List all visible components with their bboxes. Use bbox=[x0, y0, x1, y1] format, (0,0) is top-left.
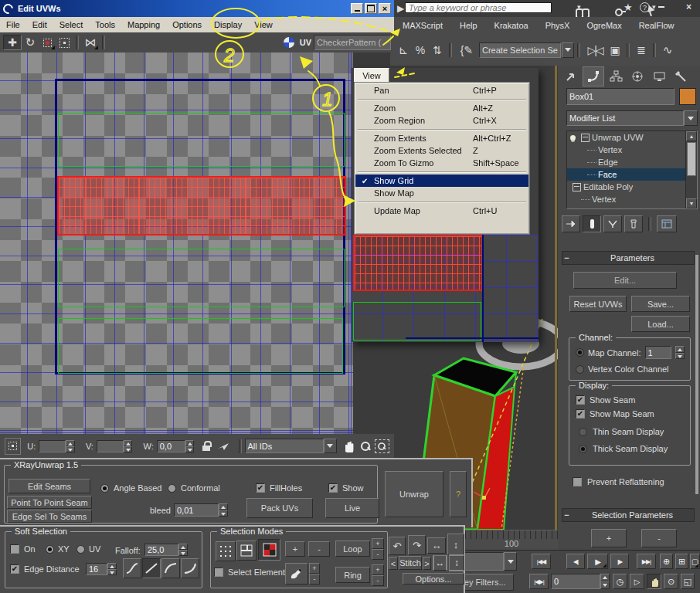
modifier-stack[interactable]: Unwrap UVW Vertex Edge Face Editable Pol… bbox=[566, 130, 698, 209]
current-frame-field[interactable]: 0 bbox=[551, 574, 600, 589]
menu-select[interactable]: Select bbox=[53, 19, 90, 31]
u-spinner[interactable] bbox=[66, 440, 75, 452]
object-color-swatch[interactable] bbox=[679, 88, 696, 105]
menu-item-zoom-to-gizmo[interactable]: Zoom To GizmoShift+Space bbox=[355, 157, 528, 169]
uv-shell-selected[interactable] bbox=[57, 176, 346, 236]
angle-based-radio[interactable] bbox=[100, 484, 109, 493]
tab-modify-icon[interactable] bbox=[583, 66, 604, 86]
pin-stack-icon[interactable] bbox=[562, 215, 580, 232]
point-to-point-seam-button[interactable]: Point To Point Seam bbox=[7, 496, 92, 509]
close-icon[interactable]: × bbox=[686, 2, 692, 12]
stitch-left-button[interactable]: < bbox=[389, 557, 398, 570]
menu-file[interactable]: File bbox=[0, 19, 26, 31]
menu-item-show-grid[interactable]: Show Grid bbox=[355, 175, 528, 187]
edit-seams-button[interactable]: Edit Seams bbox=[8, 479, 90, 493]
favorites-star-icon[interactable]: ★ bbox=[624, 2, 633, 13]
conformal-radio[interactable] bbox=[168, 484, 176, 493]
frame-spinner[interactable] bbox=[600, 574, 610, 589]
tab-display-icon[interactable] bbox=[649, 67, 669, 86]
rotate-cw-icon[interactable]: ↷ bbox=[408, 535, 426, 555]
live-button[interactable]: Live bbox=[325, 498, 379, 518]
next-frame-button[interactable]: |▶ bbox=[610, 554, 629, 569]
selection-set-dropdown-arrow[interactable] bbox=[562, 42, 574, 58]
percent-snap-icon[interactable]: % bbox=[412, 42, 429, 58]
view-menu-header[interactable]: View bbox=[354, 68, 389, 83]
stack-row-edge[interactable]: Edge bbox=[567, 156, 697, 168]
options-button[interactable]: Options... bbox=[403, 573, 464, 585]
face-mode-icon[interactable] bbox=[258, 539, 280, 561]
falloff-field[interactable]: 25,0 bbox=[144, 544, 178, 556]
selected-object-mode-icon[interactable]: ▷ bbox=[630, 574, 644, 589]
reset-uvws-button[interactable]: Reset UVWs bbox=[569, 296, 627, 312]
menu-item-show-map[interactable]: Show Map bbox=[355, 187, 528, 199]
falloff-smooth-icon[interactable] bbox=[123, 558, 141, 578]
menu-physx[interactable]: PhysX bbox=[537, 19, 579, 32]
prevent-reflattening-checkbox[interactable] bbox=[573, 477, 582, 486]
material-id-dropdown[interactable]: All IDs bbox=[245, 439, 325, 453]
object-name-field[interactable]: Box01 bbox=[566, 88, 675, 105]
edge-mode-icon[interactable] bbox=[236, 540, 257, 561]
expand-arrow-icon[interactable]: ▶ bbox=[397, 3, 404, 14]
selection-plus-button[interactable]: + bbox=[591, 529, 627, 547]
pan-hand-icon[interactable] bbox=[647, 574, 661, 589]
soft-on-checkbox[interactable] bbox=[10, 544, 19, 554]
go-to-start-button[interactable]: |◀◀ bbox=[532, 554, 551, 569]
texture-dropdown[interactable]: CheckerPattern ( bbox=[314, 35, 391, 50]
go-to-end-button[interactable]: ▶▶| bbox=[637, 554, 656, 569]
falloff-fast-icon[interactable] bbox=[161, 558, 180, 578]
falloff-slow-icon[interactable] bbox=[181, 558, 199, 578]
stitch-right-button[interactable]: > bbox=[423, 557, 431, 570]
search-input[interactable] bbox=[405, 2, 552, 13]
menu-item-zoom-extents-selected[interactable]: Zoom Extents SelectedZ bbox=[355, 144, 528, 157]
selection-minus-button[interactable]: - bbox=[641, 529, 677, 547]
lock-selection-icon[interactable] bbox=[202, 440, 212, 452]
w-field[interactable]: 0,0 bbox=[157, 440, 185, 452]
tab-utilities-icon[interactable] bbox=[671, 67, 691, 86]
named-selection-icon[interactable]: {✎ bbox=[455, 42, 478, 58]
make-unique-icon[interactable] bbox=[603, 215, 622, 232]
align-icon[interactable]: ▣ bbox=[607, 42, 624, 58]
stack-row-unwrap[interactable]: Unwrap UVW bbox=[567, 131, 697, 144]
orbit-icon[interactable]: ⊙ bbox=[664, 574, 678, 589]
stack-scrollbar[interactable]: ▲ ▼ bbox=[685, 131, 697, 208]
menu-item-zoom-region[interactable]: Zoom RegionCtrl+X bbox=[355, 114, 528, 127]
fillholes-checkbox[interactable] bbox=[256, 483, 265, 493]
bleed-field[interactable]: 0,01 bbox=[174, 503, 219, 517]
stitch-button[interactable]: Stitch bbox=[399, 556, 422, 570]
rotate-tool-icon[interactable]: ↻ bbox=[22, 35, 39, 50]
stack-row-edge-2[interactable]: Edge bbox=[567, 205, 697, 209]
uv-shell-top[interactable] bbox=[58, 113, 345, 167]
menu-view[interactable]: View bbox=[248, 19, 279, 31]
menu-tools[interactable]: Tools bbox=[89, 19, 121, 31]
timeline-ruler[interactable]: 100 bbox=[465, 530, 558, 550]
configure-modifier-sets-icon[interactable] bbox=[657, 215, 677, 232]
stack-row-vertex[interactable]: Vertex bbox=[567, 144, 697, 156]
spinner-snap-icon[interactable]: ⇅ bbox=[429, 42, 446, 58]
parameters-rollout-header[interactable]: −Parameters bbox=[562, 251, 695, 265]
minimize-button[interactable] bbox=[351, 3, 363, 14]
v-spinner[interactable] bbox=[124, 440, 133, 452]
menu-help[interactable]: Help bbox=[451, 19, 486, 32]
mirror-icon[interactable]: ▷|◁ bbox=[583, 42, 607, 58]
show-map-seam-checkbox[interactable] bbox=[576, 409, 585, 418]
help-dropdown-icon[interactable]: ▾ bbox=[652, 3, 656, 11]
unwrap-button[interactable]: Unwrap bbox=[385, 471, 443, 517]
shrink-selection-button[interactable]: - bbox=[308, 541, 330, 557]
freeform-tool-icon[interactable] bbox=[56, 35, 73, 50]
u-field[interactable] bbox=[39, 440, 66, 452]
ring-spinners[interactable]: +- bbox=[372, 564, 384, 586]
menu-options[interactable]: Options bbox=[166, 19, 208, 31]
stack-row-face[interactable]: Face bbox=[567, 168, 697, 181]
paint-select-icon[interactable] bbox=[285, 563, 308, 585]
vertex-mode-icon[interactable] bbox=[216, 541, 236, 561]
ring-button[interactable]: Ring bbox=[335, 567, 370, 583]
thick-seam-radio[interactable] bbox=[579, 445, 587, 453]
checker-texture-icon[interactable] bbox=[280, 35, 297, 50]
align-horizontal-icon[interactable]: ↔ bbox=[433, 555, 447, 571]
uv-shell-bottom[interactable] bbox=[58, 318, 343, 374]
stack-row-vertex-2[interactable]: Vertex bbox=[567, 193, 697, 205]
remove-modifier-icon[interactable] bbox=[624, 215, 643, 232]
layer-manager-icon[interactable]: ≣ bbox=[633, 42, 650, 58]
selection-filter-dropdown[interactable] bbox=[462, 552, 504, 571]
edit-uvws-title-bar[interactable]: Edit UVWs × bbox=[0, 0, 394, 17]
